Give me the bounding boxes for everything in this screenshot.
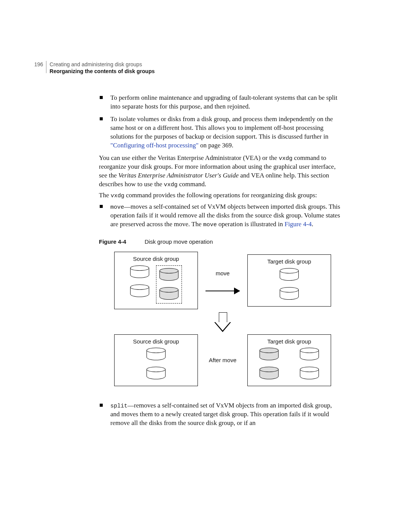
list-item: To isolate volumes or disks from a disk … — [99, 115, 342, 150]
figure-row-before: Source disk group move — [114, 252, 331, 309]
list-item: move—moves a self-contained set of VxVM … — [99, 203, 342, 229]
code-text: vxdg — [279, 155, 292, 162]
xref-link[interactable]: "Configuring off-host processing" — [110, 142, 199, 149]
text: . — [312, 220, 313, 228]
text: command. — [177, 181, 206, 188]
page-header: 196 Creating and administering disk grou… — [34, 61, 377, 75]
move-label: move — [216, 270, 230, 277]
xref-link[interactable]: Figure 4-4 — [285, 220, 312, 228]
italic-text: Veritas Enterprise Administrator User's … — [118, 172, 239, 179]
figure-caption: Figure 4-4 Disk group move operation — [99, 238, 342, 246]
list-item-text: To perform online maintenance and upgrad… — [110, 94, 337, 110]
page-number: 196 — [34, 61, 46, 68]
figure-row-after: Source disk group After move Target disk… — [114, 334, 331, 386]
text: operation is illustrated in — [217, 220, 285, 228]
group-title: Target disk group — [252, 338, 327, 345]
operations-list-cont: split—removes a self-contained set of Vx… — [99, 401, 342, 428]
figure-diagram: Source disk group move — [103, 252, 342, 386]
disk-icon — [260, 348, 279, 361]
group-title: Source disk group — [118, 338, 194, 345]
paragraph: You can use either the Veritas Enterpris… — [99, 154, 342, 189]
after-label-block: After move — [206, 356, 240, 364]
text: command provides the following operation… — [124, 192, 317, 199]
disk-grid — [252, 348, 327, 380]
disk-icon — [147, 348, 166, 361]
selected-disks — [156, 265, 182, 304]
list-item-text: To isolate volumes or disks from a disk … — [110, 115, 333, 140]
text: The — [99, 192, 111, 199]
figure-title: Disk group move operation — [145, 238, 213, 246]
list-item: split—removes a self-contained set of Vx… — [99, 401, 342, 428]
target-disk-group-after: Target disk group — [247, 334, 331, 386]
disk-icon — [130, 284, 149, 298]
disk-icon — [280, 268, 299, 282]
header-separator — [46, 61, 46, 73]
top-bullet-list: To perform online maintenance and upgrad… — [99, 94, 342, 150]
list-item-suffix: on page 369. — [199, 142, 234, 149]
disk-icon — [130, 265, 149, 279]
text: —removes a self-contained set of VxVM ob… — [110, 402, 332, 427]
group-title: Source disk group — [118, 255, 194, 263]
figure-number: Figure 4-4 — [99, 238, 145, 246]
code-text: vxdg — [111, 193, 124, 199]
code-text: vxdg — [164, 182, 177, 188]
arrow-right-icon — [206, 291, 240, 291]
page: 196 Creating and administering disk grou… — [0, 0, 411, 477]
code-text: move — [203, 222, 217, 228]
move-indicator: move — [206, 270, 240, 291]
code-text: move — [110, 204, 124, 211]
source-disk-group-after: Source disk group — [114, 334, 198, 386]
arrow-down-icon — [214, 312, 231, 333]
disk-icon — [300, 348, 319, 361]
operations-list: move—moves a self-contained set of VxVM … — [99, 203, 342, 229]
target-disk-group-before: Target disk group — [247, 254, 331, 306]
paragraph: The vxdg command provides the following … — [99, 191, 342, 200]
after-indicator — [214, 309, 231, 334]
text: You can use either the Veritas Enterpris… — [99, 154, 279, 161]
disk-icon — [300, 367, 319, 380]
header-text: Creating and administering disk groups R… — [49, 61, 155, 75]
source-disk-group-before: Source disk group — [114, 252, 198, 309]
disk-icon — [260, 367, 279, 380]
disk-icon — [147, 367, 166, 380]
disk-icon — [159, 287, 178, 301]
after-move-label: After move — [209, 356, 237, 364]
body-column: To perform online maintenance and upgrad… — [99, 94, 342, 428]
section-title: Reorganizing the contents of disk groups — [49, 68, 155, 75]
list-item: To perform online maintenance and upgrad… — [99, 94, 342, 111]
disk-icon — [280, 287, 299, 301]
disk-icon — [159, 268, 178, 282]
code-text: split — [110, 403, 127, 409]
group-title: Target disk group — [252, 258, 327, 265]
chapter-title: Creating and administering disk groups — [49, 61, 155, 68]
